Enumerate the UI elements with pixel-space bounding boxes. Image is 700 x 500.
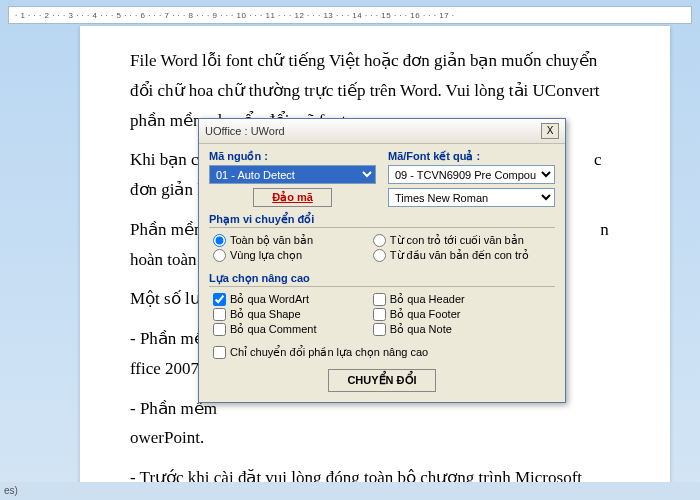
radio-start-to-cursor[interactable]: Từ đầu văn bản đến con trỏ [373, 249, 555, 262]
font-select[interactable]: Times New Roman [388, 188, 555, 207]
check-skip-footer[interactable]: Bỏ qua Footer [373, 308, 555, 321]
source-label: Mã nguồn : [209, 150, 376, 163]
ruler-text: · 1 · · · 2 · · · 3 · · · 4 · · · 5 · · … [15, 11, 455, 20]
swap-button[interactable]: Đảo mã [253, 188, 332, 207]
scope-group-label: Phạm vi chuyển đổi [209, 213, 555, 228]
advanced-group-label: Lựa chọn nâng cao [209, 272, 555, 287]
check-skip-comment[interactable]: Bỏ qua Comment [213, 323, 365, 336]
check-skip-shape[interactable]: Bỏ qua Shape [213, 308, 365, 321]
close-button[interactable]: X [541, 123, 559, 139]
check-skip-header[interactable]: Bỏ qua Header [373, 293, 555, 306]
check-skip-note[interactable]: Bỏ qua Note [373, 323, 555, 336]
target-encoding-select[interactable]: 09 - TCVN6909 Pre Compound [388, 165, 555, 184]
source-encoding-select[interactable]: 01 - Auto Detect [209, 165, 376, 184]
target-label: Mã/Font kết quả : [388, 150, 555, 163]
uoffice-dialog: UOffice : UWord X Mã nguồn : 01 - Auto D… [198, 118, 566, 403]
check-skip-wordart[interactable]: Bỏ qua WordArt [213, 293, 365, 306]
advanced-group: Bỏ qua WordArt Bỏ qua Header Bỏ qua Shap… [209, 291, 555, 340]
titlebar[interactable]: UOffice : UWord X [199, 119, 565, 144]
check-advanced-only[interactable]: Chỉ chuyển đổi phần lựa chọn nâng cao [213, 346, 555, 359]
radio-selection[interactable]: Vùng lựa chọn [213, 249, 365, 262]
radio-all-text[interactable]: Toàn bộ văn bản [213, 234, 365, 247]
convert-button[interactable]: CHUYỂN ĐỔI [328, 369, 435, 392]
scope-group: Toàn bộ văn bản Từ con trỏ tới cuối văn … [209, 232, 555, 266]
radio-cursor-to-end[interactable]: Từ con trỏ tới cuối văn bản [373, 234, 555, 247]
dialog-title: UOffice : UWord [205, 125, 285, 137]
horizontal-ruler: · 1 · · · 2 · · · 3 · · · 4 · · · 5 · · … [8, 6, 692, 24]
statusbar: es) [0, 482, 700, 500]
